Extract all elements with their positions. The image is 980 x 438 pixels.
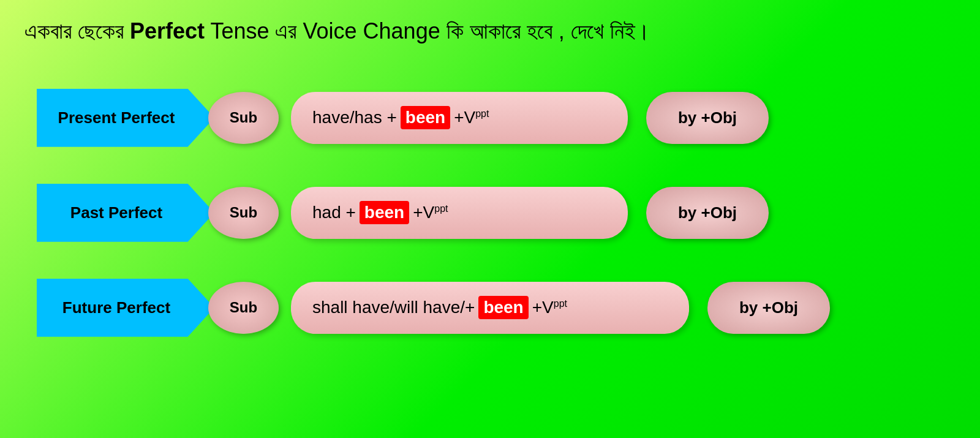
been-box-2: been — [360, 201, 409, 224]
formula-text-before-been-2: had + — [312, 203, 356, 222]
formula-pill-past-perfect: had + been +Vppt — [291, 187, 628, 239]
sub-oval-present-perfect: Sub — [208, 92, 279, 144]
arrow-present-perfect: Present Perfect — [37, 89, 214, 147]
formula-pill-present-perfect: have/has + been +Vppt — [291, 92, 628, 144]
row-present-perfect: Present Perfect Sub have/has + been +Vpp… — [37, 70, 943, 165]
arrow-label-present-perfect: Present Perfect — [58, 108, 194, 127]
header: একবার ছেকের Perfect Tense এর Voice Chang… — [0, 0, 980, 52]
formula-pill-future-perfect: shall have/will have/+ been +Vppt — [291, 282, 689, 334]
by-obj-label-3: by +Obj — [739, 298, 798, 317]
by-obj-oval-future-perfect: by +Obj — [707, 282, 830, 334]
arrow-label-past-perfect: Past Perfect — [70, 203, 181, 222]
by-obj-label-1: by +Obj — [678, 108, 737, 127]
row-future-perfect: Future Perfect Sub shall have/will have/… — [37, 260, 943, 355]
by-obj-oval-past-perfect: by +Obj — [646, 187, 769, 239]
been-box-1: been — [401, 106, 450, 129]
arrow-past-perfect: Past Perfect — [37, 184, 214, 242]
sub-label-present-perfect: Sub — [230, 109, 257, 126]
by-obj-label-2: by +Obj — [678, 203, 737, 222]
sub-oval-past-perfect: Sub — [208, 187, 279, 239]
header-text: একবার ছেকের Perfect Tense এর Voice Chang… — [24, 18, 650, 43]
main-content: Present Perfect Sub have/has + been +Vpp… — [0, 58, 980, 355]
sub-label-future-perfect: Sub — [230, 299, 257, 316]
sub-label-past-perfect: Sub — [230, 204, 257, 221]
formula-text-before-been-1: have/has + — [312, 108, 397, 127]
formula-text-before-been-3: shall have/will have/+ — [312, 298, 475, 317]
formula-text-after-been-3: +Vppt — [532, 298, 567, 317]
formula-text-after-been-1: +Vppt — [454, 108, 489, 127]
formula-text-after-been-2: +Vppt — [413, 203, 448, 222]
arrow-future-perfect: Future Perfect — [37, 279, 214, 337]
sub-oval-future-perfect: Sub — [208, 282, 279, 334]
arrow-label-future-perfect: Future Perfect — [62, 298, 189, 317]
row-past-perfect: Past Perfect Sub had + been +Vppt by +Ob… — [37, 165, 943, 260]
by-obj-oval-present-perfect: by +Obj — [646, 92, 769, 144]
been-box-3: been — [478, 296, 528, 319]
